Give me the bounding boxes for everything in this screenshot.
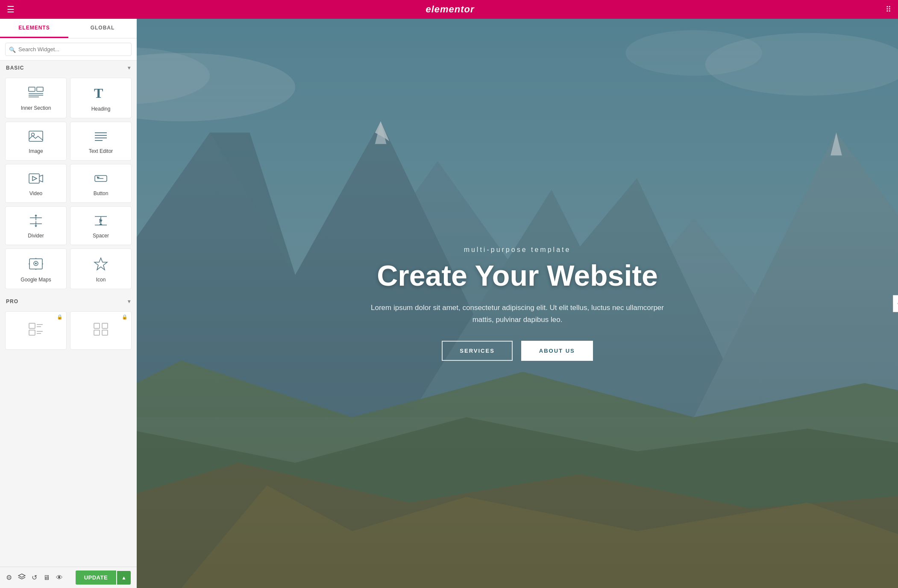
desktop-icon[interactable]: 🖥 <box>43 574 50 582</box>
widget-heading-label: Heading <box>91 106 111 112</box>
update-area: UPDATE ▲ <box>76 570 131 585</box>
inner-section-icon <box>28 87 44 102</box>
section-basic[interactable]: BASIC ▾ <box>0 61 137 75</box>
chevron-down-icon-pro: ▾ <box>128 298 131 304</box>
hero-description: Lorem ipsum dolor sit amet, consectetur … <box>368 302 667 327</box>
section-pro[interactable]: PRO ▾ <box>0 294 137 309</box>
widget-inner-section[interactable]: Inner Section <box>5 78 67 118</box>
widget-google-maps-label: Google Maps <box>21 277 51 283</box>
chevron-down-icon: ▾ <box>128 65 131 71</box>
widget-button[interactable]: Button <box>70 164 132 203</box>
svg-marker-16 <box>97 176 100 179</box>
lock-icon-pro1: 🔒 <box>57 314 63 320</box>
widget-pro-1[interactable]: 🔒 <box>5 311 67 350</box>
widget-heading[interactable]: T Heading <box>70 78 132 118</box>
section-basic-label: BASIC <box>6 65 24 71</box>
text-editor-icon <box>93 130 109 145</box>
update-dropdown-button[interactable]: ▲ <box>117 571 131 585</box>
svg-marker-19 <box>35 214 37 216</box>
hamburger-menu-icon[interactable]: ☰ <box>7 4 15 15</box>
image-icon <box>28 130 44 145</box>
tab-global[interactable]: GLOBAL <box>68 19 137 38</box>
widget-google-maps[interactable]: Google Maps <box>5 249 67 289</box>
about-us-button[interactable]: ABOUT US <box>521 341 593 361</box>
lock-icon-pro2: 🔒 <box>122 314 128 320</box>
sidebar: ELEMENTS GLOBAL 🔍 BASIC ▾ <box>0 19 137 588</box>
services-button[interactable]: SERVICES <box>442 341 513 361</box>
svg-rect-1 <box>37 87 43 91</box>
bottom-bar: ⚙ ↺ 🖥 👁 UPDATE ▲ <box>0 567 137 588</box>
svg-point-33 <box>35 263 37 264</box>
sidebar-tabs: ELEMENTS GLOBAL <box>0 19 137 38</box>
search-input[interactable] <box>5 43 132 56</box>
widget-image-label: Image <box>29 148 43 154</box>
search-area: 🔍 <box>0 38 137 61</box>
svg-marker-38 <box>94 258 107 270</box>
grid-menu-icon[interactable]: ⠿ <box>886 5 891 14</box>
maps-icon <box>28 257 44 273</box>
svg-rect-46 <box>102 323 108 328</box>
update-button[interactable]: UPDATE <box>76 570 116 585</box>
widget-icon-label: Icon <box>96 277 106 283</box>
widget-video[interactable]: Video <box>5 164 67 203</box>
pro-grid-icon <box>93 322 109 338</box>
svg-marker-49 <box>18 574 25 577</box>
pro-widgets-grid: 🔒 🔒 <box>0 309 137 355</box>
eye-icon[interactable]: 👁 <box>56 574 63 582</box>
layers-icon[interactable] <box>18 573 26 582</box>
spacer-icon: ⇕ <box>93 214 109 229</box>
sidebar-scroll: BASIC ▾ Inner Section <box>0 61 137 567</box>
pro-list-icon <box>28 322 44 338</box>
svg-rect-48 <box>102 330 108 335</box>
widget-divider-label: Divider <box>28 233 44 239</box>
search-icon: 🔍 <box>9 46 16 53</box>
svg-marker-13 <box>32 176 37 181</box>
widget-button-label: Button <box>94 190 109 196</box>
svg-text:⇕: ⇕ <box>98 217 103 224</box>
hero-overlay: multi-purpose template Create Your Websi… <box>351 246 684 361</box>
heading-icon: T <box>93 86 109 102</box>
widget-video-label: Video <box>29 190 42 196</box>
video-icon <box>28 172 44 187</box>
widget-icon[interactable]: Icon <box>70 249 132 289</box>
section-pro-label: PRO <box>6 298 18 304</box>
svg-text:T: T <box>94 86 103 100</box>
canvas-background: multi-purpose template Create Your Websi… <box>137 19 898 588</box>
svg-rect-12 <box>29 174 39 183</box>
widget-inner-section-label: Inner Section <box>21 105 51 111</box>
svg-point-7 <box>32 133 35 136</box>
canvas-area: ‹ <box>137 19 898 588</box>
widget-image[interactable]: Image <box>5 122 67 161</box>
basic-widgets-grid: Inner Section T Heading <box>0 75 137 294</box>
tab-elements[interactable]: ELEMENTS <box>0 19 68 38</box>
gear-icon[interactable]: ⚙ <box>6 573 12 582</box>
widget-text-editor[interactable]: Text Editor <box>70 122 132 161</box>
top-bar: ☰ elementor ⠿ <box>0 0 898 19</box>
svg-rect-0 <box>29 87 35 91</box>
history-icon[interactable]: ↺ <box>32 573 37 582</box>
main-layout: ELEMENTS GLOBAL 🔍 BASIC ▾ <box>0 19 898 588</box>
hero-buttons: SERVICES ABOUT US <box>368 341 667 361</box>
elementor-logo: elementor <box>426 4 474 15</box>
svg-rect-45 <box>94 323 100 328</box>
collapse-handle[interactable]: ‹ <box>893 295 898 312</box>
widget-spacer[interactable]: ⇕ Spacer <box>70 206 132 245</box>
svg-rect-39 <box>29 323 35 328</box>
widget-text-editor-label: Text Editor <box>89 148 113 154</box>
widget-pro-2[interactable]: 🔒 <box>70 311 132 350</box>
hero-title: Create Your Website <box>368 260 667 292</box>
canvas-content: multi-purpose template Create Your Websi… <box>137 19 898 588</box>
icon-widget-icon <box>93 257 109 273</box>
hero-subtitle: multi-purpose template <box>368 246 667 254</box>
svg-rect-42 <box>29 330 35 335</box>
widget-spacer-label: Spacer <box>93 233 109 239</box>
divider-icon <box>28 214 44 229</box>
svg-marker-22 <box>35 225 37 227</box>
bottom-icons: ⚙ ↺ 🖥 👁 <box>6 573 63 582</box>
svg-rect-6 <box>29 131 43 141</box>
widget-divider[interactable]: Divider <box>5 206 67 245</box>
svg-rect-47 <box>94 330 100 335</box>
button-icon <box>93 172 109 187</box>
